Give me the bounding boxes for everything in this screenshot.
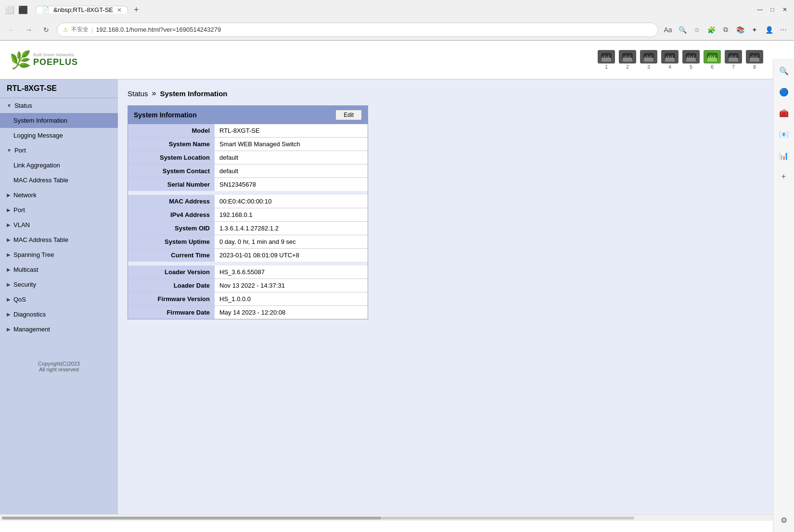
profile-icon[interactable]: 👤 bbox=[763, 24, 775, 36]
favorites-icon[interactable]: ☆ bbox=[691, 24, 703, 36]
sidebar-item-network[interactable]: ▶Network bbox=[0, 188, 118, 203]
nav-arrow-port2: ▶ bbox=[7, 207, 11, 213]
svg-rect-27 bbox=[710, 55, 711, 59]
sidebar-item-management[interactable]: ▶Management bbox=[0, 322, 118, 337]
field-value-serial-number: SN12345678 bbox=[215, 178, 368, 191]
nav-label-qos: QoS bbox=[13, 296, 26, 303]
scrollbar-thumb[interactable] bbox=[2, 517, 381, 519]
browser-add-icon[interactable]: + bbox=[777, 169, 791, 184]
maximize-button[interactable]: □ bbox=[768, 5, 777, 14]
nav-arrow-qos: ▶ bbox=[7, 297, 11, 302]
sidebar-item-multicast[interactable]: ▶Multicast bbox=[0, 262, 118, 277]
svg-rect-28 bbox=[712, 56, 713, 59]
browser-settings-icon[interactable]: ⚙ bbox=[777, 513, 791, 527]
sidebar-item-qos[interactable]: ▶QoS bbox=[0, 292, 118, 307]
minimize-button[interactable]: — bbox=[756, 5, 764, 14]
system-info-table: System Information Edit ModelRTL-8XGT-SE… bbox=[128, 105, 368, 319]
window-controls: — □ ✕ bbox=[756, 5, 789, 14]
sidebar-item-logging[interactable]: Logging Message bbox=[0, 128, 118, 143]
table-row: Current Time2023-01-01 08:01:09 UTC+8 bbox=[128, 249, 368, 262]
sidebar-item-mac-table[interactable]: ▶MAC Address Table bbox=[0, 232, 118, 247]
port-icon-8[interactable] bbox=[746, 50, 763, 63]
table-header-title: System Information bbox=[134, 111, 197, 119]
read-mode-icon[interactable]: Aa bbox=[662, 24, 674, 36]
sidebar-item-spanning-tree[interactable]: ▶Spanning Tree bbox=[0, 247, 118, 262]
nav-section: ▼StatusSystem InformationLogging Message… bbox=[0, 98, 118, 337]
svg-rect-17 bbox=[668, 55, 669, 59]
svg-rect-36 bbox=[751, 56, 752, 59]
breadcrumb-current: System Information bbox=[160, 89, 227, 98]
browser-office-icon[interactable]: 📊 bbox=[777, 148, 791, 163]
sidebar-item-link-agg[interactable]: Link Aggregation bbox=[0, 158, 118, 173]
nav-arrow-mac-table: ▶ bbox=[7, 237, 11, 242]
nav-label-management: Management bbox=[13, 326, 50, 333]
extensions-icon[interactable]: 🧩 bbox=[705, 24, 717, 36]
collections-icon[interactable]: 📚 bbox=[734, 24, 746, 36]
logo-tagline: Built Green Networks bbox=[33, 52, 78, 57]
svg-rect-4 bbox=[608, 55, 609, 59]
field-label-mac-address: MAC Address bbox=[128, 195, 215, 208]
refresh-button[interactable]: ↻ bbox=[39, 23, 53, 37]
browser-tools-icon[interactable]: 🧰 bbox=[777, 106, 791, 120]
field-label-loader-version: Loader Version bbox=[128, 266, 215, 279]
table-row: Firmware VersionHS_1.0.0.0 bbox=[128, 292, 368, 306]
logo-brand: POEPLUS bbox=[33, 57, 78, 67]
svg-rect-6 bbox=[624, 56, 625, 59]
scrollbar[interactable] bbox=[0, 514, 794, 521]
port-icon-3[interactable] bbox=[640, 50, 657, 63]
copilot-icon[interactable]: ✦ bbox=[749, 24, 760, 36]
split-screen-icon[interactable]: ⧉ bbox=[720, 24, 731, 36]
copyright-line2: All right reserved bbox=[7, 367, 111, 372]
more-icon[interactable]: ⋯ bbox=[778, 24, 789, 36]
port-icon-4[interactable] bbox=[661, 50, 679, 63]
svg-rect-37 bbox=[753, 55, 754, 59]
field-label-ipv4-address: IPv4 Address bbox=[128, 208, 215, 221]
nav-label-diagnostics: Diagnostics bbox=[13, 311, 46, 318]
sidebar-item-port[interactable]: ▼Port bbox=[0, 143, 118, 158]
sidebar-item-status[interactable]: ▼Status bbox=[0, 98, 118, 113]
field-value-system-uptime: 0 day, 0 hr, 1 min and 9 sec bbox=[215, 235, 368, 248]
browser-search-icon[interactable]: 🔍 bbox=[777, 63, 791, 78]
table-row: Firmware DateMay 14 2023 - 12:20:08 bbox=[128, 306, 368, 319]
search-icon[interactable]: 🔍 bbox=[677, 24, 688, 36]
close-button[interactable]: ✕ bbox=[781, 5, 789, 14]
port-num-2: 2 bbox=[626, 64, 629, 70]
sidebar-item-system-info[interactable]: System Information bbox=[0, 113, 118, 128]
field-value-firmware-date: May 14 2023 - 12:20:08 bbox=[215, 306, 368, 319]
app-header: 🌿 Built Green Networks POEPLUS 1 2 3 bbox=[0, 41, 773, 79]
field-value-system-name: Smart WEB Managed Switch bbox=[215, 138, 368, 151]
nav-label-port2: Port bbox=[13, 206, 25, 214]
port-icon-7[interactable] bbox=[725, 50, 742, 63]
svg-rect-29 bbox=[714, 55, 715, 59]
port-icon-6[interactable] bbox=[704, 50, 721, 63]
forward-button[interactable]: → bbox=[22, 23, 36, 37]
new-tab-button[interactable]: + bbox=[129, 5, 144, 15]
nav-label-vlan: VLAN bbox=[13, 221, 30, 228]
browser-favorites-icon[interactable]: 🔵 bbox=[777, 85, 791, 99]
port-icon-5[interactable] bbox=[682, 50, 700, 63]
fields-group-3: Loader VersionHS_3.6.6.55087Loader DateN… bbox=[128, 266, 368, 319]
sidebar-item-vlan[interactable]: ▶VLAN bbox=[0, 217, 118, 232]
active-tab[interactable]: 📄 &nbsp;RTL-8XGT-SE ✕ bbox=[36, 6, 128, 13]
browser-outlook-icon[interactable]: 📧 bbox=[777, 127, 791, 141]
logo-area: 🌿 Built Green Networks POEPLUS bbox=[10, 50, 78, 70]
tab-close-btn[interactable]: ✕ bbox=[117, 7, 122, 13]
url-text[interactable]: 192.168.0.1/home.html?ver=1690514243279 bbox=[96, 26, 652, 33]
table-row: Loader DateNov 13 2022 - 14:37:31 bbox=[128, 279, 368, 292]
address-input[interactable]: ⚠ 不安全 | 192.168.0.1/home.html?ver=169051… bbox=[57, 23, 658, 37]
field-label-system-oid: System OID bbox=[128, 222, 215, 235]
sidebar-item-port2[interactable]: ▶Port bbox=[0, 203, 118, 217]
fields-group-1: ModelRTL-8XGT-SESystem NameSmart WEB Man… bbox=[128, 124, 368, 191]
sidebar-item-security[interactable]: ▶Security bbox=[0, 277, 118, 292]
browser-chrome: ⬜ ⬛ 📄 &nbsp;RTL-8XGT-SE ✕ + — □ ✕ ← → ↻ … bbox=[0, 0, 794, 41]
nav-label-port: Port bbox=[14, 147, 26, 154]
edit-button[interactable]: Edit bbox=[335, 110, 362, 120]
port-icon-1[interactable] bbox=[598, 50, 615, 63]
sidebar-item-diagnostics[interactable]: ▶Diagnostics bbox=[0, 307, 118, 322]
field-label-system-contact: System Contact bbox=[128, 165, 215, 177]
device-title: RTL-8XGT-SE bbox=[0, 79, 118, 98]
sidebar-item-mac-table-port[interactable]: MAC Address Table bbox=[0, 173, 118, 188]
back-button[interactable]: ← bbox=[5, 23, 18, 37]
port-icon-2[interactable] bbox=[619, 50, 636, 63]
svg-rect-1 bbox=[602, 56, 603, 59]
